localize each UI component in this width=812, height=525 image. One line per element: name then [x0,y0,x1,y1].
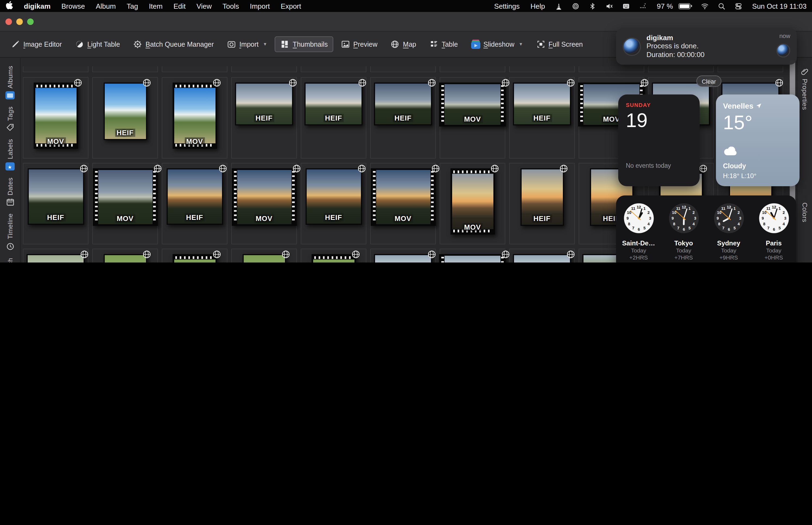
thumbnail-cell[interactable]: MOV [301,249,366,262]
thumbnail-cell[interactable]: MOV [440,249,505,262]
toolbar-button-batch-queue-manager[interactable]: Batch Queue Manager [127,36,219,52]
thumbnail-cell-partial[interactable] [509,66,575,72]
menubar-item-album[interactable]: Album [90,2,121,10]
sidebar-tab-dates[interactable]: Dates [6,177,14,207]
airplay-circle-icon[interactable] [567,2,584,10]
toolbar-button-slideshow[interactable]: Slideshow▼ [465,36,528,52]
display-dots-icon[interactable] [634,2,651,10]
toolbar-button-image-editor[interactable]: Image Editor [5,36,67,52]
thumbnail-cell[interactable]: MOV [231,163,297,244]
thumbnail-cell[interactable]: HEIF [509,77,575,159]
dropdown-caret-icon[interactable]: ▼ [519,42,523,47]
photo-thumbnail[interactable]: HEIF [242,254,286,262]
thumbnail-cell[interactable]: HEIF [231,249,297,262]
menubar-item-settings[interactable]: Settings [489,2,525,10]
notification-banner[interactable]: digikam Process is done. Duration: 00:00… [616,28,797,65]
video-thumbnail[interactable]: MOV [439,82,506,126]
video-thumbnail[interactable]: MOV [370,168,435,226]
minimize-window-button[interactable] [16,18,23,25]
input-source-icon[interactable] [618,2,634,10]
photo-thumbnail[interactable]: HEIF [305,168,362,225]
menubar-item-item[interactable]: Item [143,2,168,10]
clear-notifications-button[interactable]: Clear [696,75,721,87]
toolbar-button-light-table[interactable]: Light Table [70,36,126,52]
thumbnail-cell-partial[interactable] [92,66,158,72]
thumbnail-cell[interactable]: MOV [162,249,227,262]
photo-thumbnail[interactable]: HEIF [235,82,293,125]
thumbnail-cell-partial[interactable] [579,66,644,72]
toolbar-button-preview[interactable]: Preview [335,36,383,52]
wifi-icon[interactable] [696,2,713,10]
video-thumbnail[interactable]: MOV [33,82,78,149]
photo-thumbnail[interactable]: HEIF [513,82,571,125]
thumbnail-cell[interactable]: HEIF [92,249,158,262]
thumbnail-cell[interactable]: MOV [23,77,89,159]
thumbnail-cell-partial[interactable] [23,66,89,72]
thumbnail-cell[interactable]: HEIF [370,77,436,159]
toolbar-button-thumbnails[interactable]: Thumbnails [275,36,333,52]
menubar-item-view[interactable]: View [191,2,217,10]
photo-thumbnail[interactable]: HEIF [520,168,564,226]
menubar-item-edit[interactable]: Edit [168,2,191,10]
menubar-app-name[interactable]: digikam [18,2,56,10]
thumbnail-cell[interactable]: HEIF [92,77,158,159]
thumbnail-cell[interactable]: HEIF [370,249,436,262]
mute-icon[interactable] [601,2,618,10]
sidebar-tab-labels[interactable]: Labels★ [5,139,15,170]
thumbnail-cell[interactable]: MOV [440,163,505,244]
photo-thumbnail[interactable]: HEIF [305,82,363,125]
vlc-icon[interactable] [550,2,567,10]
spotlight-icon[interactable] [713,2,730,10]
battery-icon[interactable] [674,3,696,9]
thumbnail-cell[interactable]: HEIF [231,77,297,159]
photo-thumbnail[interactable]: HEIF [166,168,223,225]
thumbnail-cell[interactable]: HEIF [162,163,227,244]
thumbnail-cell[interactable]: MOV [162,77,227,159]
menubar-item-tag[interactable]: Tag [121,2,143,10]
photo-thumbnail[interactable]: HEIF [374,82,432,125]
right-sidebar-tab-colors[interactable]: Colors [797,202,812,222]
weather-widget[interactable]: Venelles 15° Cloudy H:18° L:10° [716,94,799,186]
bluetooth-icon[interactable] [584,2,601,10]
thumbnail-cell-partial[interactable] [231,66,297,72]
sidebar-tab-tags[interactable]: Tags [6,106,14,132]
thumbnail-cell-partial[interactable] [440,66,505,72]
sidebar-tab-albums[interactable]: Albums [5,66,15,99]
toolbar-button-map[interactable]: Map [385,36,422,52]
photo-thumbnail[interactable]: HEIF [103,254,147,262]
video-thumbnail[interactable]: MOV [172,82,217,149]
calendar-widget[interactable]: SUNDAY 19 No events today [618,94,700,186]
menubar-clock[interactable]: Sun Oct 19 11:03 [747,2,812,10]
world-clock-widget[interactable]: 123456789101112 Saint-De… Today +2HRS123… [616,195,796,262]
photo-thumbnail[interactable]: HEIF [27,168,84,225]
photo-thumbnail[interactable]: HEIF [103,82,147,140]
menubar-item-import[interactable]: Import [245,2,275,10]
thumbnail-cell-partial[interactable] [648,66,714,72]
thumbnail-cell[interactable]: MOV [370,163,436,244]
toolbar-button-table[interactable]: Table [424,36,463,52]
thumbnail-cell[interactable]: HEIF [509,249,575,262]
sidebar-tab-timeline[interactable]: Timeline [6,214,14,251]
thumbnail-cell[interactable]: HEIF [301,163,366,244]
right-sidebar-tab-properties[interactable]: Properties [797,68,812,110]
thumbnail-cell-partial[interactable] [370,66,436,72]
sidebar-tab-search[interactable]: Search [6,258,14,262]
photo-thumbnail[interactable]: HEIF [513,254,571,262]
menubar-item-tools[interactable]: Tools [217,2,245,10]
video-thumbnail[interactable]: MOV [93,168,158,226]
thumbnail-cell[interactable]: HEIF [509,163,575,244]
photo-thumbnail[interactable]: HEIF [374,254,432,262]
menubar-item-browse[interactable]: Browse [56,2,90,10]
thumbnail-cell[interactable]: MOV [92,163,158,244]
thumbnail-cell-partial[interactable] [301,66,366,72]
toolbar-button-full-screen[interactable]: Full Screen [531,36,588,52]
video-thumbnail[interactable]: MOV [450,168,495,235]
thumbnail-cell[interactable]: HEIF [23,249,89,262]
dropdown-caret-icon[interactable]: ▼ [263,42,267,47]
menubar-item-export[interactable]: Export [275,2,306,10]
apple-menu-icon[interactable] [0,1,18,11]
video-thumbnail[interactable]: MOV [172,254,217,262]
video-thumbnail[interactable]: MOV [439,254,506,262]
thumbnail-cell-partial[interactable] [718,66,783,72]
menubar-item-help[interactable]: Help [525,2,551,10]
